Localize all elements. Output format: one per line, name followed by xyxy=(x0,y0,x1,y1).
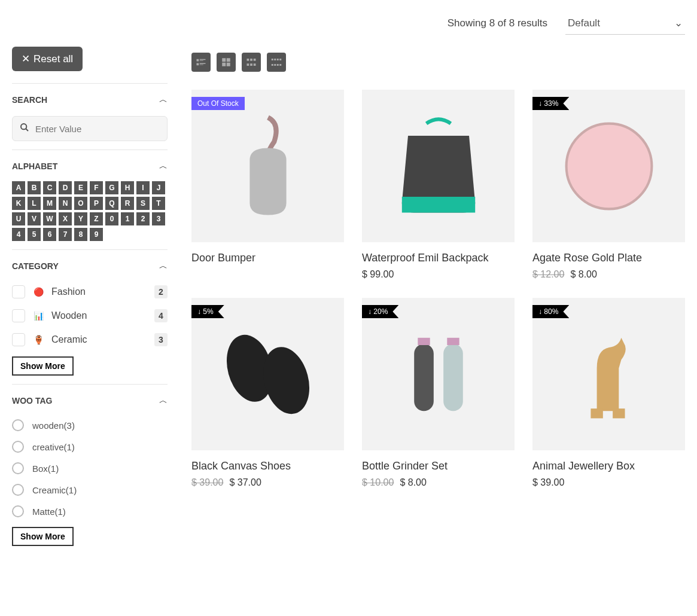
alphabet-filter-0[interactable]: 0 xyxy=(105,212,118,225)
alphabet-filter-J[interactable]: J xyxy=(152,181,165,194)
alphabet-filter-V[interactable]: V xyxy=(28,212,41,225)
alphabet-filter-1[interactable]: 1 xyxy=(121,212,134,225)
product-title[interactable]: Agate Rose Gold Plate xyxy=(532,252,685,264)
product-title[interactable]: Black Canvas Shoes xyxy=(191,460,344,472)
reset-label: Reset all xyxy=(34,53,73,65)
wootag-section-header[interactable]: WOO TAG ︿ xyxy=(12,395,168,406)
view-grid3-button[interactable] xyxy=(242,53,261,72)
tag-label[interactable]: Matte(1) xyxy=(32,507,66,517)
sort-select[interactable]: Default ⌄ xyxy=(565,12,685,35)
search-input[interactable] xyxy=(35,124,160,134)
product-card[interactable]: ↓ 80%Animal Jewellery Box$ 39.00 xyxy=(532,298,685,488)
alphabet-section-header[interactable]: ALPHABET ︿ xyxy=(12,161,168,172)
product-title[interactable]: Door Bumper xyxy=(191,252,344,264)
product-thumbnail[interactable] xyxy=(362,90,515,242)
alphabet-filter-O[interactable]: O xyxy=(74,197,87,210)
category-icon: 🏺 xyxy=(31,333,45,347)
alphabet-filter-N[interactable]: N xyxy=(59,197,72,210)
svg-rect-18 xyxy=(272,59,273,60)
svg-rect-7 xyxy=(200,65,203,65)
alphabet-filter-E[interactable]: E xyxy=(74,181,87,194)
product-card[interactable]: Waterproof Emil Backpack$ 99.00 xyxy=(362,90,515,280)
product-card[interactable]: Out Of StockDoor Bumper xyxy=(191,90,344,280)
category-checkbox[interactable] xyxy=(12,285,25,298)
alphabet-filter-K[interactable]: K xyxy=(12,197,25,210)
svg-rect-12 xyxy=(247,59,249,61)
tag-label[interactable]: Box(1) xyxy=(32,463,59,474)
alphabet-filter-Y[interactable]: Y xyxy=(74,212,87,225)
category-label[interactable]: Ceramic xyxy=(51,334,148,345)
reset-all-button[interactable]: ✕ Reset all xyxy=(12,47,83,71)
category-checkbox[interactable] xyxy=(12,309,25,322)
tag-radio[interactable] xyxy=(12,462,24,474)
tag-radio[interactable] xyxy=(12,441,24,453)
alphabet-filter-7[interactable]: 7 xyxy=(59,228,72,241)
product-card[interactable]: ↓ 5%Black Canvas Shoes$ 39.00$ 37.00 xyxy=(191,298,344,488)
view-grid4-button[interactable] xyxy=(267,53,286,72)
alphabet-filter-W[interactable]: W xyxy=(43,212,56,225)
svg-rect-21 xyxy=(279,59,281,60)
tag-radio[interactable] xyxy=(12,419,24,431)
alphabet-filter-M[interactable]: M xyxy=(43,197,56,210)
results-count: Showing 8 of 8 results xyxy=(448,17,547,29)
product-price: $ 8.00 xyxy=(570,269,596,280)
alphabet-filter-P[interactable]: P xyxy=(90,197,103,210)
alphabet-filter-D[interactable]: D xyxy=(59,181,72,194)
category-count: 4 xyxy=(154,309,168,322)
svg-rect-24 xyxy=(277,64,279,66)
category-show-more-button[interactable]: Show More xyxy=(12,356,74,376)
alphabet-filter-Z[interactable]: Z xyxy=(90,212,103,225)
product-thumbnail[interactable]: ↓ 33% xyxy=(532,90,685,242)
alphabet-filter-6[interactable]: 6 xyxy=(43,228,56,241)
alphabet-filter-B[interactable]: B xyxy=(28,181,41,194)
alphabet-filter-2[interactable]: 2 xyxy=(136,212,150,225)
wootag-show-more-button[interactable]: Show More xyxy=(12,527,74,546)
chevron-up-icon: ︿ xyxy=(159,161,168,172)
view-list-button[interactable] xyxy=(191,53,211,72)
alphabet-filter-9[interactable]: 9 xyxy=(90,228,103,241)
view-grid2-button[interactable] xyxy=(217,53,236,72)
alphabet-filter-T[interactable]: T xyxy=(152,197,165,210)
svg-point-0 xyxy=(21,124,26,129)
product-title[interactable]: Animal Jewellery Box xyxy=(532,460,685,472)
tag-radio[interactable] xyxy=(12,505,24,517)
alphabet-filter-F[interactable]: F xyxy=(90,181,103,194)
alphabet-filter-R[interactable]: R xyxy=(121,197,134,210)
alphabet-filter-4[interactable]: 4 xyxy=(12,228,25,241)
tag-radio[interactable] xyxy=(12,484,24,496)
product-thumbnail[interactable]: ↓ 5% xyxy=(191,298,344,450)
alphabet-filter-G[interactable]: G xyxy=(105,181,118,194)
tag-label[interactable]: Creamic(1) xyxy=(32,485,77,495)
category-label[interactable]: Wooden xyxy=(51,310,148,321)
alphabet-filter-8[interactable]: 8 xyxy=(74,228,87,241)
product-title[interactable]: Bottle Grinder Set xyxy=(362,460,515,472)
svg-rect-35 xyxy=(613,408,625,418)
product-price: $ 99.00 xyxy=(362,269,394,280)
alphabet-filter-5[interactable]: 5 xyxy=(28,228,41,241)
product-thumbnail[interactable]: ↓ 80% xyxy=(532,298,685,450)
alphabet-filter-3[interactable]: 3 xyxy=(152,212,165,225)
svg-rect-10 xyxy=(222,63,226,66)
product-card[interactable]: ↓ 20%Bottle Grinder Set$ 10.00$ 8.00 xyxy=(362,298,515,488)
product-title[interactable]: Waterproof Emil Backpack xyxy=(362,252,515,264)
category-label[interactable]: Fashion xyxy=(51,286,148,297)
alphabet-filter-Q[interactable]: Q xyxy=(105,197,118,210)
product-card[interactable]: ↓ 33%Agate Rose Gold Plate$ 12.00$ 8.00 xyxy=(532,90,685,280)
alphabet-filter-H[interactable]: H xyxy=(121,181,134,194)
alphabet-filter-U[interactable]: U xyxy=(12,212,25,225)
product-thumbnail[interactable]: Out Of Stock xyxy=(191,90,344,242)
alphabet-filter-X[interactable]: X xyxy=(59,212,72,225)
category-section-header[interactable]: CATEGORY ︿ xyxy=(12,261,168,272)
search-section-header[interactable]: SEARCH ︿ xyxy=(12,94,168,105)
alphabet-filter-I[interactable]: I xyxy=(136,181,150,194)
alphabet-filter-C[interactable]: C xyxy=(43,181,56,194)
tag-label[interactable]: creative(1) xyxy=(32,442,75,452)
product-price: $ 8.00 xyxy=(400,477,426,488)
tag-label[interactable]: wooden(3) xyxy=(32,420,75,431)
svg-rect-8 xyxy=(222,58,226,62)
alphabet-filter-S[interactable]: S xyxy=(136,197,150,210)
product-thumbnail[interactable]: ↓ 20% xyxy=(362,298,515,450)
alphabet-filter-L[interactable]: L xyxy=(28,197,41,210)
category-checkbox[interactable] xyxy=(12,333,25,346)
alphabet-filter-A[interactable]: A xyxy=(12,181,25,194)
